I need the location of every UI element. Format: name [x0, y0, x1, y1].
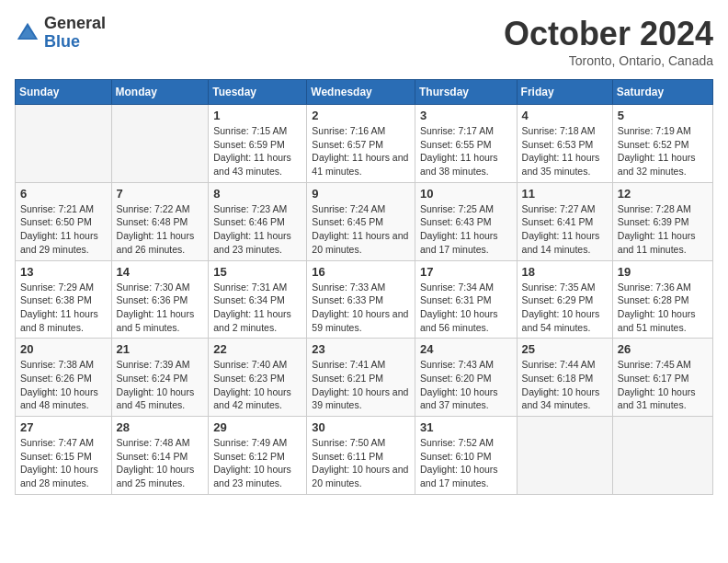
- calendar-cell: 3Sunrise: 7:17 AM Sunset: 6:55 PM Daylig…: [415, 105, 517, 183]
- calendar-cell: 22Sunrise: 7:40 AM Sunset: 6:23 PM Dayli…: [209, 339, 307, 417]
- day-info: Sunrise: 7:23 AM Sunset: 6:46 PM Dayligh…: [213, 202, 301, 257]
- calendar-cell: 16Sunrise: 7:33 AM Sunset: 6:33 PM Dayli…: [307, 260, 415, 339]
- week-row-4: 20Sunrise: 7:38 AM Sunset: 6:26 PM Dayli…: [16, 339, 713, 417]
- calendar-cell: 21Sunrise: 7:39 AM Sunset: 6:24 PM Dayli…: [111, 339, 209, 417]
- calendar-cell: 4Sunrise: 7:18 AM Sunset: 6:53 PM Daylig…: [517, 105, 612, 183]
- day-info: Sunrise: 7:29 AM Sunset: 6:38 PM Dayligh…: [20, 281, 107, 335]
- day-info: Sunrise: 7:21 AM Sunset: 6:50 PM Dayligh…: [20, 202, 107, 257]
- logo-icon: [15, 20, 40, 46]
- day-info: Sunrise: 7:16 AM Sunset: 6:57 PM Dayligh…: [312, 124, 410, 178]
- day-number: 30: [312, 420, 410, 434]
- calendar-cell: 6Sunrise: 7:21 AM Sunset: 6:50 PM Daylig…: [16, 182, 112, 260]
- calendar-cell: [16, 105, 112, 183]
- col-header-friday: Friday: [517, 80, 612, 105]
- calendar-cell: 18Sunrise: 7:35 AM Sunset: 6:29 PM Dayli…: [517, 260, 612, 339]
- day-number: 7: [117, 187, 204, 201]
- location-subtitle: Toronto, Ontario, Canada: [504, 53, 713, 68]
- day-number: 16: [312, 265, 410, 279]
- day-number: 27: [20, 420, 107, 434]
- calendar-cell: 8Sunrise: 7:23 AM Sunset: 6:46 PM Daylig…: [209, 182, 307, 260]
- calendar-cell: 20Sunrise: 7:38 AM Sunset: 6:26 PM Dayli…: [16, 339, 112, 417]
- day-info: Sunrise: 7:49 AM Sunset: 6:12 PM Dayligh…: [213, 436, 301, 490]
- day-info: Sunrise: 7:19 AM Sunset: 6:52 PM Dayligh…: [618, 124, 708, 178]
- day-info: Sunrise: 7:22 AM Sunset: 6:48 PM Dayligh…: [117, 202, 204, 257]
- day-info: Sunrise: 7:38 AM Sunset: 6:26 PM Dayligh…: [20, 358, 107, 412]
- day-info: Sunrise: 7:15 AM Sunset: 6:59 PM Dayligh…: [213, 124, 301, 178]
- day-number: 26: [618, 342, 708, 356]
- day-number: 13: [20, 265, 107, 279]
- calendar-table: SundayMondayTuesdayWednesdayThursdayFrid…: [15, 79, 713, 495]
- col-header-thursday: Thursday: [415, 80, 517, 105]
- col-header-sunday: Sunday: [16, 80, 112, 105]
- calendar-cell: 2Sunrise: 7:16 AM Sunset: 6:57 PM Daylig…: [307, 105, 415, 183]
- day-info: Sunrise: 7:34 AM Sunset: 6:31 PM Dayligh…: [420, 281, 512, 335]
- logo-general-text: General: [44, 15, 106, 33]
- day-info: Sunrise: 7:52 AM Sunset: 6:10 PM Dayligh…: [420, 436, 512, 490]
- day-info: Sunrise: 7:35 AM Sunset: 6:29 PM Dayligh…: [522, 281, 608, 335]
- calendar-cell: 15Sunrise: 7:31 AM Sunset: 6:34 PM Dayli…: [209, 260, 307, 339]
- calendar-cell: 23Sunrise: 7:41 AM Sunset: 6:21 PM Dayli…: [307, 339, 415, 417]
- calendar-cell: 11Sunrise: 7:27 AM Sunset: 6:41 PM Dayli…: [517, 182, 612, 260]
- calendar-header-row: SundayMondayTuesdayWednesdayThursdayFrid…: [16, 80, 713, 105]
- calendar-cell: 1Sunrise: 7:15 AM Sunset: 6:59 PM Daylig…: [209, 105, 307, 183]
- day-info: Sunrise: 7:41 AM Sunset: 6:21 PM Dayligh…: [312, 358, 410, 412]
- day-number: 20: [20, 342, 107, 356]
- day-info: Sunrise: 7:50 AM Sunset: 6:11 PM Dayligh…: [312, 436, 410, 490]
- calendar-cell: 25Sunrise: 7:44 AM Sunset: 6:18 PM Dayli…: [517, 339, 612, 417]
- calendar-cell: [517, 417, 612, 495]
- day-number: 9: [312, 187, 410, 201]
- day-number: 1: [213, 109, 301, 122]
- day-number: 3: [420, 109, 512, 122]
- calendar-cell: 27Sunrise: 7:47 AM Sunset: 6:15 PM Dayli…: [16, 417, 112, 495]
- calendar-cell: 7Sunrise: 7:22 AM Sunset: 6:48 PM Daylig…: [111, 182, 209, 260]
- day-info: Sunrise: 7:30 AM Sunset: 6:36 PM Dayligh…: [117, 281, 204, 335]
- day-number: 6: [20, 187, 107, 201]
- day-number: 19: [618, 265, 708, 279]
- calendar-cell: [111, 105, 209, 183]
- day-info: Sunrise: 7:25 AM Sunset: 6:43 PM Dayligh…: [420, 202, 512, 257]
- day-number: 4: [522, 109, 608, 122]
- calendar-cell: 13Sunrise: 7:29 AM Sunset: 6:38 PM Dayli…: [16, 260, 112, 339]
- day-number: 18: [522, 265, 608, 279]
- day-info: Sunrise: 7:45 AM Sunset: 6:17 PM Dayligh…: [618, 358, 708, 412]
- calendar-cell: 5Sunrise: 7:19 AM Sunset: 6:52 PM Daylig…: [612, 105, 712, 183]
- day-number: 25: [522, 342, 608, 356]
- logo-blue-text: Blue: [44, 33, 106, 52]
- calendar-cell: [612, 417, 712, 495]
- day-info: Sunrise: 7:18 AM Sunset: 6:53 PM Dayligh…: [522, 124, 608, 178]
- day-info: Sunrise: 7:40 AM Sunset: 6:23 PM Dayligh…: [213, 358, 301, 412]
- day-number: 10: [420, 187, 512, 201]
- calendar-cell: 10Sunrise: 7:25 AM Sunset: 6:43 PM Dayli…: [415, 182, 517, 260]
- day-number: 29: [213, 420, 301, 434]
- day-number: 17: [420, 265, 512, 279]
- calendar-cell: 17Sunrise: 7:34 AM Sunset: 6:31 PM Dayli…: [415, 260, 517, 339]
- day-number: 2: [312, 109, 410, 122]
- day-info: Sunrise: 7:28 AM Sunset: 6:39 PM Dayligh…: [618, 202, 708, 257]
- day-info: Sunrise: 7:47 AM Sunset: 6:15 PM Dayligh…: [20, 436, 107, 490]
- week-row-1: 1Sunrise: 7:15 AM Sunset: 6:59 PM Daylig…: [16, 105, 713, 183]
- calendar-cell: 29Sunrise: 7:49 AM Sunset: 6:12 PM Dayli…: [209, 417, 307, 495]
- week-row-5: 27Sunrise: 7:47 AM Sunset: 6:15 PM Dayli…: [16, 417, 713, 495]
- day-number: 21: [117, 342, 204, 356]
- day-number: 28: [117, 420, 204, 434]
- day-info: Sunrise: 7:39 AM Sunset: 6:24 PM Dayligh…: [117, 358, 204, 412]
- month-title: October 2024: [504, 15, 713, 53]
- calendar-body: 1Sunrise: 7:15 AM Sunset: 6:59 PM Daylig…: [16, 105, 713, 495]
- col-header-monday: Monday: [111, 80, 209, 105]
- day-number: 23: [312, 342, 410, 356]
- day-number: 11: [522, 187, 608, 201]
- calendar-cell: 19Sunrise: 7:36 AM Sunset: 6:28 PM Dayli…: [612, 260, 712, 339]
- page-header: General Blue October 2024 Toronto, Ontar…: [15, 15, 713, 68]
- col-header-tuesday: Tuesday: [209, 80, 307, 105]
- calendar-cell: 14Sunrise: 7:30 AM Sunset: 6:36 PM Dayli…: [111, 260, 209, 339]
- col-header-wednesday: Wednesday: [307, 80, 415, 105]
- day-number: 24: [420, 342, 512, 356]
- day-number: 31: [420, 420, 512, 434]
- calendar-cell: 30Sunrise: 7:50 AM Sunset: 6:11 PM Dayli…: [307, 417, 415, 495]
- day-info: Sunrise: 7:43 AM Sunset: 6:20 PM Dayligh…: [420, 358, 512, 412]
- calendar-cell: 24Sunrise: 7:43 AM Sunset: 6:20 PM Dayli…: [415, 339, 517, 417]
- day-info: Sunrise: 7:31 AM Sunset: 6:34 PM Dayligh…: [213, 281, 301, 335]
- day-number: 15: [213, 265, 301, 279]
- calendar-cell: 31Sunrise: 7:52 AM Sunset: 6:10 PM Dayli…: [415, 417, 517, 495]
- day-number: 22: [213, 342, 301, 356]
